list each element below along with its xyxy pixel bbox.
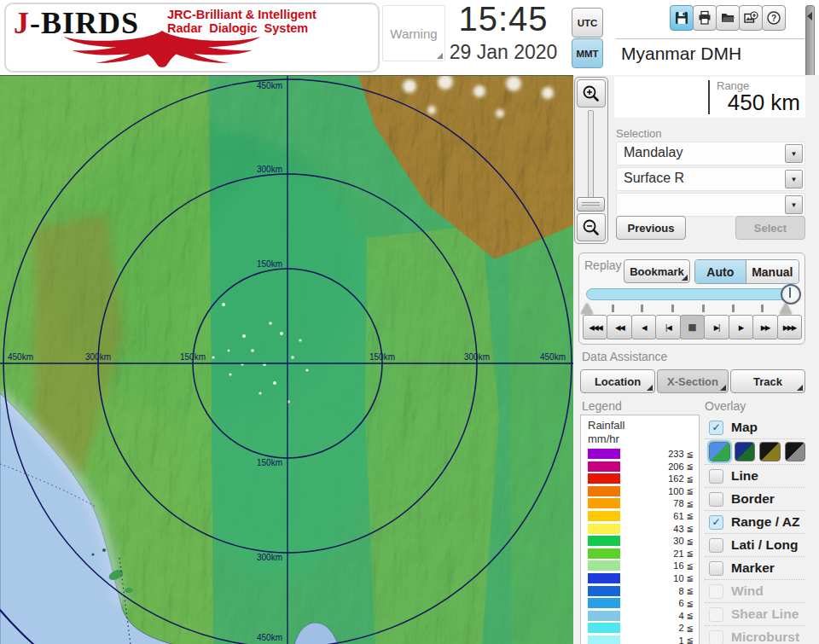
slider-tick [671, 305, 674, 312]
slider-tick [702, 305, 705, 312]
playback-fastest-forward[interactable]: ▶▶▶ [777, 315, 802, 339]
location-button[interactable]: Location [580, 369, 655, 393]
checkbox-wind [709, 584, 723, 599]
playback-fastest-rewind[interactable]: ◀◀◀ [583, 315, 607, 339]
product-dropdown-value: Surface R [624, 171, 684, 186]
range-ring-label: 150km [180, 352, 206, 362]
less-equal-icon: ≦ [687, 548, 694, 558]
clock-date: 29 Jan 2020 [431, 41, 576, 64]
chevron-down-icon[interactable]: ▼ [785, 144, 803, 163]
legend-value: 61 [659, 511, 684, 521]
mmt-button[interactable]: MMT [572, 38, 603, 68]
help-button[interactable]: ? [762, 5, 786, 31]
legend-value: 10 [659, 573, 684, 583]
xsection-button[interactable]: X-Section [657, 369, 729, 393]
checkbox-range-az[interactable]: ✓ [709, 515, 723, 530]
overlay-item-map[interactable]: ✓Map [705, 416, 805, 439]
replay-slider-track[interactable] [586, 288, 798, 300]
header-divider [616, 38, 804, 39]
legend-value: 8 [659, 586, 684, 596]
legend-color-swatch [588, 611, 620, 621]
data-assistance-label: Data Assistance [582, 350, 667, 363]
magnifier-plus-icon [582, 84, 601, 103]
legend-color-swatch [588, 461, 620, 472]
checkbox-lati-long[interactable] [709, 538, 723, 553]
playback-play[interactable]: ▶ [729, 315, 753, 339]
chevron-down-icon[interactable]: ▼ [785, 170, 803, 189]
checkbox-border[interactable] [709, 492, 723, 507]
playback-controls: ◀◀◀◀◀◀|◀■▶|▶▶▶▶▶▶ [583, 315, 801, 339]
playback-stop[interactable]: ■ [680, 315, 705, 339]
checkbox-map[interactable]: ✓ [709, 421, 723, 435]
product-dropdown[interactable]: Surface R ▼ [616, 167, 805, 191]
legend-unit: Rainfallmm/hr [588, 419, 624, 446]
overlay-item-border[interactable]: Border [705, 488, 805, 511]
overlay-item-range-az[interactable]: ✓Range / AZ [705, 511, 805, 534]
map-style-1[interactable] [709, 442, 730, 461]
map-style-3[interactable] [759, 442, 781, 461]
replay-label: Replay [584, 258, 622, 272]
less-equal-icon: ≦ [687, 586, 694, 595]
checkbox-line[interactable] [709, 469, 723, 484]
zoom-slider-track[interactable] [588, 110, 594, 200]
playback-fast-forward[interactable]: ▶▶ [752, 315, 777, 339]
overlay-item-label: Shear Line [731, 606, 799, 622]
manual-mode-button[interactable]: Manual [746, 260, 799, 283]
utc-button[interactable]: UTC [572, 8, 603, 38]
replay-slider-handle[interactable] [781, 284, 801, 305]
range-ring-label: 450km [8, 352, 33, 362]
select-button[interactable]: Select [735, 216, 805, 240]
export-image-button[interactable] [739, 5, 763, 31]
map-style-4[interactable] [785, 442, 806, 461]
option-dropdown[interactable]: ▼ [616, 193, 805, 217]
legend-color-swatch [588, 511, 620, 521]
overlay-item-label: Marker [731, 560, 775, 576]
playback-step-forward[interactable]: ▶| [704, 315, 729, 339]
slider-start-marker[interactable] [581, 303, 593, 314]
question-icon: ? [766, 10, 781, 26]
auto-mode-button[interactable]: Auto [695, 260, 746, 283]
legend-row: 78≦ [588, 498, 694, 508]
overlay-item-label: Microburst [731, 629, 799, 644]
chevron-down-icon[interactable]: ▼ [785, 195, 803, 214]
bookmark-button[interactable]: Bookmark [624, 259, 690, 283]
playback-play-reverse[interactable]: ◀ [631, 315, 656, 339]
range-value: 450 km [728, 90, 800, 116]
map-style-2[interactable] [735, 442, 756, 461]
overlay-item-lati-long[interactable]: Lati / Long [705, 534, 805, 557]
less-equal-icon: ≦ [687, 461, 694, 471]
save-button[interactable] [670, 5, 694, 31]
playback-step-backward[interactable]: |◀ [655, 315, 680, 339]
collapse-arrow-icon [807, 12, 812, 20]
zoom-in-button[interactable] [577, 79, 606, 107]
previous-button[interactable]: Previous [616, 216, 686, 240]
zoom-slider-handle[interactable] [577, 197, 605, 212]
slider-end-marker[interactable] [780, 303, 792, 314]
overlay-item-line[interactable]: Line [705, 465, 805, 488]
folder-icon [720, 10, 735, 26]
checkbox-marker[interactable] [709, 561, 723, 576]
radar-map[interactable]: 150km150km150km150km300km300km300km300km… [0, 75, 573, 644]
image-plus-icon [743, 10, 758, 26]
legend-row: 100≦ [588, 486, 694, 496]
slider-tick [641, 305, 643, 312]
site-dropdown[interactable]: Mandalay ▼ [616, 142, 805, 165]
overlay-item-marker[interactable]: Marker [705, 557, 805, 580]
print-button[interactable] [693, 5, 717, 31]
zoom-out-button[interactable] [577, 213, 606, 241]
track-button[interactable]: Track [730, 369, 805, 393]
less-equal-icon: ≦ [687, 599, 694, 608]
printer-icon [697, 10, 712, 26]
playback-fast-rewind[interactable]: ◀◀ [607, 315, 631, 339]
rainfall-legend: Rainfallmm/hr 233≦206≦162≦100≦78≦61≦43≦3… [580, 415, 700, 644]
checkbox-microburst [709, 630, 723, 644]
less-equal-icon: ≦ [687, 499, 694, 508]
legend-value: 100 [659, 486, 684, 496]
less-equal-icon: ≦ [687, 474, 694, 484]
open-folder-button[interactable] [716, 5, 740, 31]
legend-row: 16≦ [588, 560, 694, 571]
legend-value: 16 [659, 560, 684, 571]
range-ring-label: 450km [257, 633, 282, 642]
jbirds-radar-app: { "icons": {"check": "✓", "dropdown": "▼… [0, 0, 819, 644]
legend-title: Legend [582, 399, 622, 413]
